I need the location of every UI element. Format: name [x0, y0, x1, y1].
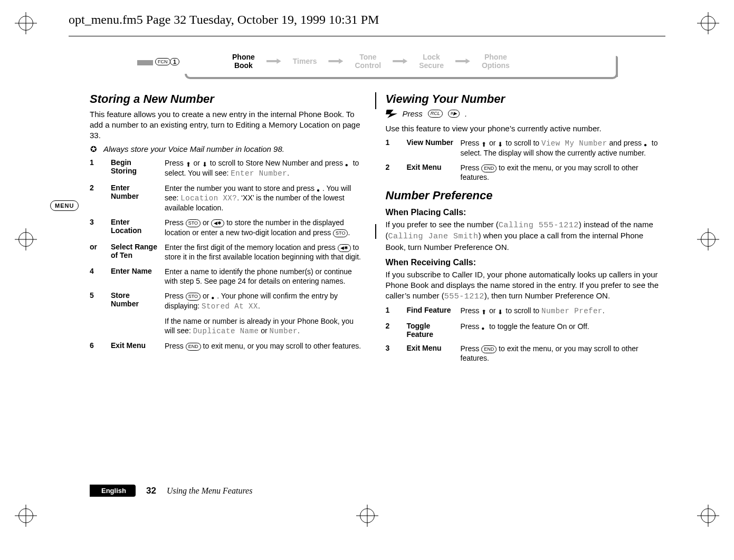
viewing-intro: Use this feature to view your phone’s cu… — [386, 123, 661, 134]
nav-item: PhoneOptions — [482, 53, 510, 70]
step-number: 1 — [90, 158, 104, 178]
step-number: 2 — [386, 322, 401, 339]
step-row: If the name or number is already in your… — [90, 316, 365, 336]
right-column: Viewing Your Number Press RCL #▶ . Use t… — [386, 92, 661, 481]
keycap-icon: STO — [186, 293, 201, 301]
page-number: 32 — [146, 486, 156, 496]
nav-arrow-icon — [455, 59, 470, 64]
tip-icon: ✪ — [90, 144, 97, 154]
scroll-up-icon — [481, 139, 487, 147]
key-rcl: RCL — [428, 110, 443, 118]
step-number: 6 — [90, 341, 104, 351]
nav-arrow-icon — [266, 59, 281, 64]
step-title: Begin Storing — [111, 158, 158, 178]
step-title: Exit Menu — [111, 341, 158, 351]
step-title: Enter Name — [111, 267, 158, 286]
nav-item: ToneControl — [355, 53, 381, 70]
scroll-up-icon — [481, 307, 487, 314]
step-desc: Press or to scroll to Number Prefer. — [461, 306, 661, 316]
step-title: Enter Number — [111, 184, 158, 213]
tip-row: ✪ Always store your Voice Mail number in… — [90, 144, 365, 154]
step-number: 3 — [90, 218, 104, 237]
viewing-steps: 1View NumberPress or to scroll to View M… — [386, 138, 661, 182]
step-desc: Press END to exit the menu, or you may s… — [461, 344, 661, 363]
crop-mark-icon — [701, 232, 716, 247]
subhead-receiving: When Receiving Calls: — [386, 258, 661, 267]
keycap-icon: STO — [333, 229, 348, 237]
step-number: 1 — [386, 306, 401, 316]
lcd-text: Location XX? — [180, 194, 237, 202]
header-rule — [69, 36, 665, 36]
crop-mark-icon — [701, 508, 716, 523]
scroll-down-icon — [498, 139, 503, 147]
storing-intro: This feature allows you to create a new … — [90, 109, 365, 140]
lcd-text: Enter Number — [231, 169, 287, 178]
numpref-receiving-para: If you subscribe to Caller ID, your phon… — [386, 269, 661, 302]
scroll-up-icon — [186, 159, 192, 167]
step-row: 2Enter NumberEnter the number you want t… — [90, 184, 365, 213]
step-title: View Number — [407, 138, 454, 158]
select-icon — [481, 323, 487, 330]
step-desc: Press END to exit menu, or you may scrol… — [165, 341, 365, 351]
key-fcn: FCN — [155, 58, 170, 65]
step-number: 2 — [90, 184, 104, 213]
keycap-icon: END — [481, 345, 497, 353]
keycap-icon: END — [481, 165, 497, 172]
step-row: 1View NumberPress or to scroll to View M… — [386, 138, 661, 158]
chapter-title: Using the Menu Features — [167, 486, 252, 496]
numpref-placing-para: If you prefer to see the number (Calling… — [386, 219, 661, 253]
step-row: 6Exit MenuPress END to exit menu, or you… — [90, 341, 365, 351]
press-period: . — [465, 109, 467, 118]
keycap-icon: END — [186, 343, 201, 351]
lcd-text: Calling Jane Smith — [388, 232, 479, 241]
step-desc: Enter a name to identify the phone numbe… — [165, 267, 365, 286]
select-icon — [317, 185, 322, 192]
step-number: 3 — [386, 344, 401, 363]
step-row: 4Enter NameEnter a name to identify the … — [90, 267, 365, 286]
crop-mark-icon — [701, 16, 716, 31]
step-row: 1Find FeaturePress or to scroll to Numbe… — [386, 306, 661, 316]
step-row: 2Exit MenuPress END to exit the menu, or… — [386, 163, 661, 182]
select-icon — [644, 139, 650, 147]
step-title — [111, 316, 158, 336]
crop-mark-icon — [18, 232, 33, 247]
lcd-text: Duplicate Name — [193, 327, 259, 335]
step-title: Exit Menu — [407, 344, 454, 363]
step-number: 5 — [90, 291, 104, 311]
subhead-placing: When Placing Calls: — [386, 208, 661, 217]
section-title-storing: Storing a New Number — [90, 92, 365, 106]
lcd-text: 555-1212 — [444, 292, 484, 301]
key-1: 1 — [170, 58, 179, 65]
nav-arrow-icon — [393, 59, 407, 64]
section-title-numpref: Number Preference — [386, 189, 661, 202]
crop-mark-icon — [360, 508, 375, 523]
step-title: Exit Menu — [407, 163, 454, 182]
nav-item: Timers — [293, 57, 317, 65]
language-pill: English — [90, 485, 136, 497]
step-title: Toggle Feature — [407, 322, 454, 339]
step-desc: If the name or number is already in your… — [165, 316, 365, 336]
step-row: 5Store NumberPress STO or . Your phone w… — [90, 291, 365, 311]
lcd-text: Calling 555-1212 — [499, 221, 579, 230]
section-rule — [375, 224, 376, 239]
step-row: 1Begin StoringPress or to scroll to Stor… — [90, 158, 365, 178]
scroll-down-icon — [202, 159, 208, 167]
step-title: Store Number — [111, 291, 158, 311]
keycap-icon: ◀✱ — [211, 219, 224, 227]
step-title: Find Feature — [407, 306, 454, 316]
step-row: orSelect Range of TenEnter the first dig… — [90, 243, 365, 262]
lcd-text: View My Number — [541, 139, 607, 148]
select-icon — [345, 159, 351, 167]
section-rule — [375, 92, 376, 109]
step-number: 2 — [386, 163, 401, 182]
menu-side-tab: MENU — [50, 200, 79, 211]
nav-item: PhoneBook — [232, 53, 255, 70]
storing-steps: 1Begin StoringPress or to scroll to Stor… — [90, 158, 365, 351]
step-row: 3Exit MenuPress END to exit the menu, or… — [386, 344, 661, 363]
lightning-icon — [385, 110, 398, 118]
step-number: or — [90, 243, 104, 262]
step-row: 3Enter LocationPress STO or ◀✱ to store … — [90, 218, 365, 237]
scroll-down-icon — [498, 307, 503, 314]
step-desc: Press or to scroll to View My Number and… — [461, 138, 661, 158]
step-desc: Enter the number you want to store and p… — [165, 184, 365, 213]
